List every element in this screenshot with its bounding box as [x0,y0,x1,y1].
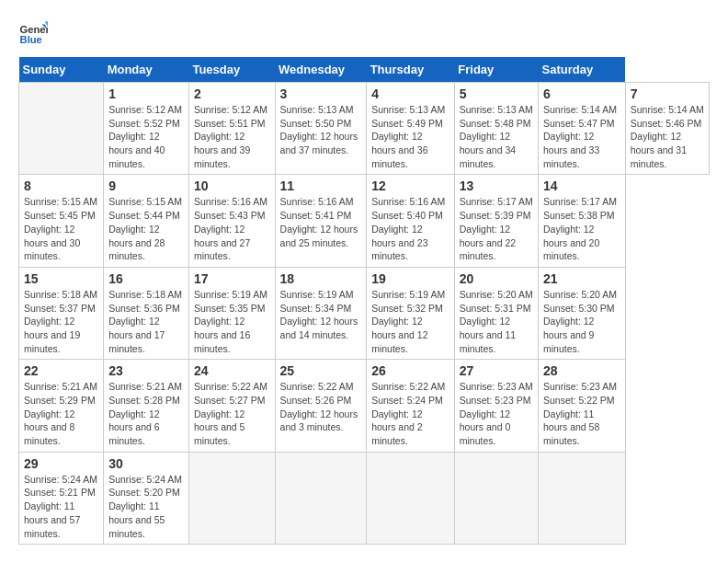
day-sunset: Sunset: 5:38 PM [543,210,615,221]
day-sunrise: Sunrise: 5:20 AM [460,289,533,300]
calendar-cell: 25 Sunrise: 5:22 AM Sunset: 5:26 PM Dayl… [275,360,367,452]
day-sunset: Sunset: 5:50 PM [280,118,352,129]
day-sunset: Sunset: 5:20 PM [108,487,180,498]
day-number: 2 [194,86,270,101]
day-number: 7 [631,86,704,101]
day-number: 17 [194,271,270,286]
day-sunset: Sunset: 5:22 PM [543,395,615,406]
day-sunrise: Sunrise: 5:14 AM [543,104,617,115]
day-daylight: Daylight: 12 hours and 2 minutes. [371,408,422,446]
day-sunrise: Sunrise: 5:19 AM [371,289,445,300]
column-header-sunday: Sunday [19,57,104,83]
calendar-cell: 2 Sunrise: 5:12 AM Sunset: 5:51 PM Dayli… [188,83,275,175]
column-header-thursday: Thursday [367,57,455,83]
calendar-cell [367,452,455,544]
day-sunset: Sunset: 5:41 PM [280,210,352,221]
day-number: 18 [280,271,362,286]
day-number: 29 [24,456,98,471]
logo-icon: General Blue [18,18,48,48]
day-number: 11 [280,178,362,193]
day-sunrise: Sunrise: 5:21 AM [24,381,97,392]
day-number: 9 [108,178,184,193]
calendar-cell [188,452,275,544]
calendar-week-row: 15 Sunrise: 5:18 AM Sunset: 5:37 PM Dayl… [19,267,710,359]
calendar-cell: 10 Sunrise: 5:16 AM Sunset: 5:43 PM Dayl… [188,175,275,267]
day-daylight: Daylight: 12 hours and 23 minutes. [371,224,427,261]
calendar-table: SundayMondayTuesdayWednesdayThursdayFrid… [18,57,710,545]
column-header-friday: Friday [454,57,538,83]
day-daylight: Daylight: 12 hours and 14 minutes. [280,316,358,340]
day-number: 22 [24,363,98,378]
day-sunrise: Sunrise: 5:18 AM [108,289,182,300]
day-sunrise: Sunrise: 5:24 AM [108,474,182,485]
day-sunset: Sunset: 5:51 PM [194,118,266,129]
day-sunset: Sunset: 5:32 PM [371,303,443,314]
day-number: 25 [280,363,362,378]
calendar-cell [538,452,625,544]
calendar-cell: 24 Sunrise: 5:22 AM Sunset: 5:27 PM Dayl… [188,360,275,452]
calendar-cell: 29 Sunrise: 5:24 AM Sunset: 5:21 PM Dayl… [19,452,104,544]
day-number: 19 [371,271,449,286]
day-number: 5 [460,86,533,101]
day-sunset: Sunset: 5:48 PM [460,118,531,129]
day-sunrise: Sunrise: 5:13 AM [460,104,533,115]
calendar-cell: 9 Sunrise: 5:15 AM Sunset: 5:44 PM Dayli… [104,175,189,267]
day-sunrise: Sunrise: 5:17 AM [460,196,533,207]
day-daylight: Daylight: 12 hours and 20 minutes. [543,224,599,261]
day-sunrise: Sunrise: 5:18 AM [24,289,97,300]
day-daylight: Daylight: 12 hours and 0 minutes. [460,408,510,446]
day-number: 15 [24,271,98,286]
day-daylight: Daylight: 12 hours and 33 minutes. [543,131,599,168]
day-daylight: Daylight: 12 hours and 39 minutes. [194,131,250,168]
day-sunrise: Sunrise: 5:13 AM [371,104,445,115]
day-sunset: Sunset: 5:47 PM [543,118,615,129]
day-sunset: Sunset: 5:52 PM [108,118,180,129]
day-daylight: Daylight: 12 hours and 22 minutes. [460,224,516,261]
calendar-cell: 21 Sunrise: 5:20 AM Sunset: 5:30 PM Dayl… [538,267,625,359]
day-sunrise: Sunrise: 5:15 AM [108,196,182,207]
calendar-cell [275,452,367,544]
column-header-saturday: Saturday [538,57,625,83]
day-daylight: Daylight: 12 hours and 5 minutes. [194,408,245,446]
day-sunset: Sunset: 5:43 PM [194,210,266,221]
day-number: 13 [460,178,533,193]
calendar-cell: 6 Sunrise: 5:14 AM Sunset: 5:47 PM Dayli… [538,83,625,175]
header: General Blue [18,18,710,48]
day-sunrise: Sunrise: 5:14 AM [631,104,704,115]
calendar-cell: 11 Sunrise: 5:16 AM Sunset: 5:41 PM Dayl… [275,175,367,267]
day-sunset: Sunset: 5:24 PM [371,395,443,406]
day-number: 24 [194,363,270,378]
calendar-cell: 5 Sunrise: 5:13 AM Sunset: 5:48 PM Dayli… [454,83,538,175]
calendar-cell: 4 Sunrise: 5:13 AM Sunset: 5:49 PM Dayli… [367,83,455,175]
calendar-week-row: 29 Sunrise: 5:24 AM Sunset: 5:21 PM Dayl… [19,452,710,544]
day-sunset: Sunset: 5:34 PM [280,303,352,314]
day-daylight: Daylight: 12 hours and 40 minutes. [108,131,165,168]
day-sunrise: Sunrise: 5:22 AM [371,381,445,392]
day-sunrise: Sunrise: 5:20 AM [543,289,617,300]
day-sunrise: Sunrise: 5:12 AM [108,104,182,115]
day-sunrise: Sunrise: 5:23 AM [460,381,533,392]
day-daylight: Daylight: 12 hours and 16 minutes. [194,316,250,353]
day-number: 1 [108,86,184,101]
day-sunrise: Sunrise: 5:12 AM [194,104,267,115]
day-sunset: Sunset: 5:31 PM [460,303,531,314]
day-sunrise: Sunrise: 5:21 AM [108,381,182,392]
day-daylight: Daylight: 12 hours and 17 minutes. [108,316,165,353]
calendar-cell: 30 Sunrise: 5:24 AM Sunset: 5:20 PM Dayl… [104,452,189,544]
day-sunset: Sunset: 5:36 PM [108,303,180,314]
day-sunrise: Sunrise: 5:16 AM [371,196,445,207]
calendar-week-row: 8 Sunrise: 5:15 AM Sunset: 5:45 PM Dayli… [19,175,710,267]
day-sunrise: Sunrise: 5:13 AM [280,104,354,115]
day-daylight: Daylight: 12 hours and 37 minutes. [280,131,358,155]
day-sunset: Sunset: 5:44 PM [108,210,180,221]
calendar-cell: 3 Sunrise: 5:13 AM Sunset: 5:50 PM Dayli… [275,83,367,175]
day-daylight: Daylight: 11 hours and 55 minutes. [108,500,165,538]
day-sunset: Sunset: 5:49 PM [371,118,443,129]
day-sunrise: Sunrise: 5:23 AM [543,381,617,392]
calendar-cell: 7 Sunrise: 5:14 AM Sunset: 5:46 PM Dayli… [625,83,709,175]
day-daylight: Daylight: 12 hours and 8 minutes. [24,408,74,446]
day-sunset: Sunset: 5:28 PM [108,395,180,406]
calendar-cell: 27 Sunrise: 5:23 AM Sunset: 5:23 PM Dayl… [454,360,538,452]
day-sunset: Sunset: 5:37 PM [24,303,96,314]
column-header-monday: Monday [104,57,189,83]
